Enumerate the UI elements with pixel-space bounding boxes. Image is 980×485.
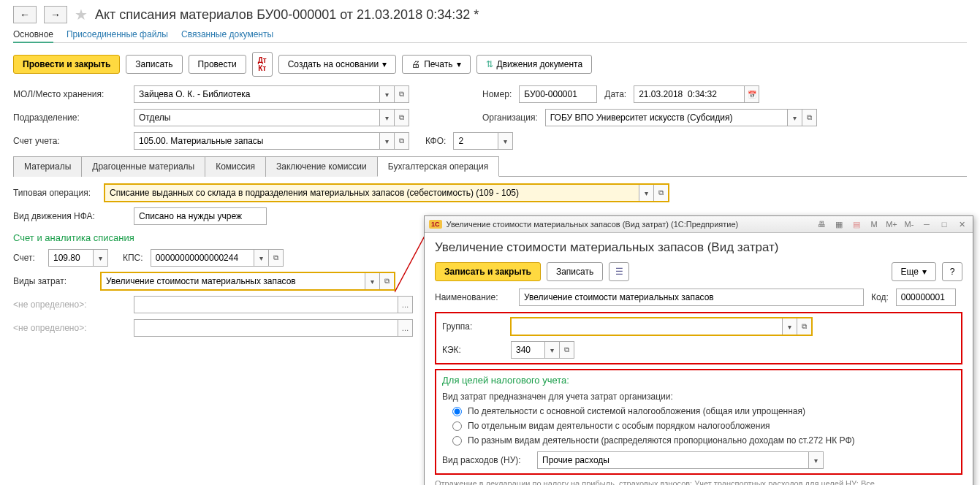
account-input[interactable]: [134, 133, 379, 149]
open-icon[interactable]: ⧉: [797, 318, 811, 335]
group-input[interactable]: [512, 318, 782, 335]
name-input[interactable]: [520, 289, 863, 305]
close-icon[interactable]: ✕: [955, 218, 968, 230]
movements-button[interactable]: Движения документа: [476, 55, 593, 74]
tab-commission[interactable]: Комиссия: [205, 156, 266, 177]
kfo-input[interactable]: [454, 133, 498, 149]
calendar-icon[interactable]: 📅: [744, 86, 759, 102]
tab-attached-files[interactable]: Присоединенные файлы: [67, 29, 168, 39]
open-icon[interactable]: ⧉: [559, 342, 574, 348]
dialog-list-button[interactable]: [609, 262, 629, 281]
code-field[interactable]: [896, 289, 956, 306]
open-icon[interactable]: ⧉: [268, 250, 283, 266]
schet-input[interactable]: [49, 250, 93, 266]
kek-input[interactable]: [512, 342, 544, 348]
chevron-down-icon[interactable]: ▾: [93, 250, 107, 266]
tab-accounting[interactable]: Бухгалтерская операция: [377, 156, 499, 177]
chevron-down-icon[interactable]: ▾: [379, 86, 394, 102]
dialog-help-button[interactable]: ?: [942, 262, 962, 281]
open-icon[interactable]: ⧉: [379, 273, 394, 289]
m-plus-button[interactable]: M+: [885, 218, 898, 230]
dept-input[interactable]: [134, 110, 379, 126]
chevron-down-icon[interactable]: ▾: [498, 133, 512, 149]
open-icon[interactable]: ⧉: [394, 86, 409, 102]
name-field[interactable]: [519, 289, 864, 306]
dialog-more-button[interactable]: Еще ▾: [892, 262, 936, 281]
m-button[interactable]: M: [867, 218, 881, 230]
m-minus-button[interactable]: M-: [903, 218, 916, 230]
kps-input[interactable]: [151, 250, 254, 266]
grid-icon[interactable]: ▦: [832, 218, 846, 230]
number-field[interactable]: [519, 85, 597, 103]
tab-main[interactable]: Основное: [13, 29, 53, 43]
chevron-down-icon[interactable]: ▾: [254, 250, 268, 266]
undef2-input[interactable]: [134, 320, 398, 336]
mol-input[interactable]: [134, 86, 379, 102]
nfa-input[interactable]: [134, 208, 266, 224]
minimize-icon[interactable]: ─: [920, 218, 933, 230]
dept-field[interactable]: ▾ ⧉: [134, 109, 409, 126]
typical-op-field[interactable]: ▾ ⧉: [105, 184, 669, 202]
schet-field[interactable]: ▾: [48, 249, 108, 267]
org-field[interactable]: ▾ ⧉: [545, 109, 817, 126]
print-button[interactable]: Печать ▾: [402, 55, 470, 74]
kek-field[interactable]: ▾ ⧉: [511, 341, 574, 348]
tab-related-docs[interactable]: Связанные документы: [181, 29, 273, 39]
code-input[interactable]: [897, 289, 955, 305]
page-title: Акт списания материалов БУ00-000001 от 2…: [95, 7, 479, 23]
group-label: Группа:: [442, 321, 504, 332]
undef1-input[interactable]: [134, 297, 398, 313]
ellipsis-icon[interactable]: …: [398, 320, 412, 336]
forward-button[interactable]: →: [44, 6, 67, 23]
group-kek-highlight: Группа: ▾ ⧉ КЭК: ▾ ⧉: [435, 312, 962, 348]
group-field[interactable]: ▾ ⧉: [511, 318, 812, 335]
date-input[interactable]: [634, 86, 744, 102]
chevron-down-icon: ▾: [382, 59, 387, 69]
dialog-save-button[interactable]: Записать: [547, 262, 603, 281]
number-input[interactable]: [520, 86, 596, 102]
post-and-close-button[interactable]: Провести и закрыть: [13, 55, 120, 74]
chevron-down-icon[interactable]: ▾: [787, 110, 802, 126]
dialog-save-close-button[interactable]: Записать и закрыть: [435, 262, 541, 281]
chevron-down-icon: ▾: [922, 267, 927, 277]
dk-button[interactable]: ДтКт: [252, 52, 273, 77]
chevron-down-icon[interactable]: ▾: [379, 110, 394, 126]
kps-field[interactable]: ▾ ⧉: [151, 249, 284, 267]
dialog-titlebar[interactable]: 1C Увеличение стоимости материальных зап…: [425, 216, 973, 233]
tab-precious[interactable]: Драгоценные материалы: [81, 156, 205, 177]
expense-types-input[interactable]: [102, 273, 365, 289]
print-icon[interactable]: 🖶: [815, 218, 828, 230]
save-button[interactable]: Записать: [126, 55, 182, 74]
create-based-button[interactable]: Создать на основании ▾: [278, 55, 397, 74]
nfa-field[interactable]: [134, 207, 267, 225]
maximize-icon[interactable]: □: [938, 218, 951, 230]
post-button[interactable]: Провести: [189, 55, 246, 74]
chevron-down-icon[interactable]: ▾: [782, 318, 797, 335]
open-icon[interactable]: ⧉: [394, 110, 409, 126]
org-input[interactable]: [546, 110, 787, 126]
dk-icon: ДтКт: [258, 56, 267, 72]
chevron-down-icon[interactable]: ▾: [365, 273, 379, 289]
expense-types-field[interactable]: ▾ ⧉: [101, 272, 395, 290]
tab-conclusion[interactable]: Заключение комиссии: [265, 156, 378, 177]
back-button[interactable]: ←: [13, 6, 37, 23]
date-field[interactable]: 📅: [634, 85, 759, 103]
favorite-star-icon[interactable]: ★: [75, 6, 88, 23]
kfo-field[interactable]: ▾: [453, 132, 513, 150]
calendar-small-icon[interactable]: ▤: [850, 218, 863, 230]
typical-op-input[interactable]: [105, 185, 639, 201]
chevron-down-icon[interactable]: ▾: [544, 342, 559, 348]
ellipsis-icon[interactable]: …: [398, 297, 412, 313]
chevron-down-icon[interactable]: ▾: [639, 185, 653, 201]
open-icon[interactable]: ⧉: [653, 185, 668, 201]
mol-field[interactable]: ▾ ⧉: [134, 85, 409, 103]
account-field[interactable]: ▾ ⧉: [134, 132, 409, 150]
tab-materials[interactable]: Материалы: [13, 156, 82, 177]
open-icon[interactable]: ⧉: [394, 133, 409, 149]
schet-label: Счет:: [13, 253, 41, 263]
undef1-field[interactable]: …: [134, 296, 413, 313]
dialog-window-title: Увеличение стоимости материальных запасо…: [447, 220, 739, 229]
undef2-field[interactable]: …: [134, 319, 413, 337]
chevron-down-icon[interactable]: ▾: [379, 133, 394, 149]
open-icon[interactable]: ⧉: [802, 110, 816, 126]
